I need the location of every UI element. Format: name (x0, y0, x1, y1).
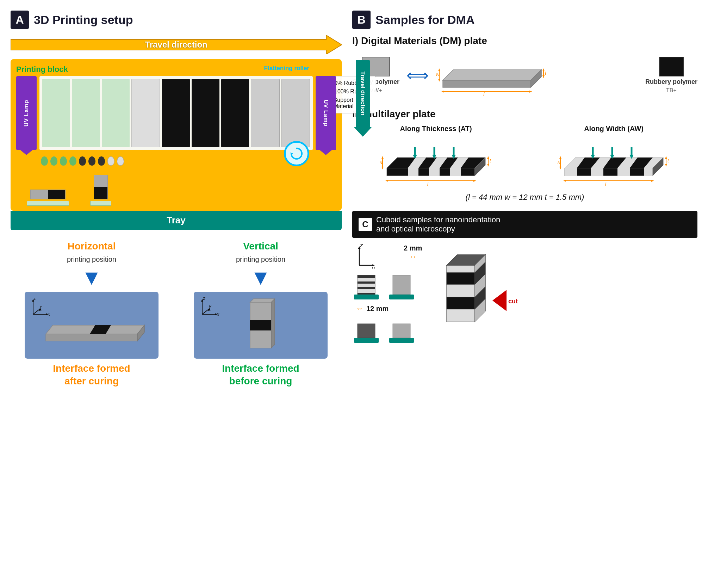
inkdrop-green-3 (60, 156, 67, 166)
svg-text:cut: cut (508, 298, 518, 305)
cuboid-left-group: z y 2 mm ↔ (352, 244, 422, 345)
svg-text:l: l (427, 181, 429, 187)
zy-axis-svg: z y (352, 244, 377, 269)
svg-marker-93 (651, 180, 654, 182)
dimensions-text: (l = 44 mm w = 12 mm t = 1.5 mm) (352, 193, 697, 202)
h-sample-support (27, 201, 69, 206)
sample1-svg (352, 272, 380, 301)
inkdrop-green-4 (69, 156, 76, 166)
svg-rect-115 (389, 338, 414, 343)
sample3-svg (352, 317, 380, 345)
interface-h-line2: after curing (53, 375, 130, 388)
strip-light-green-2 (72, 79, 100, 147)
sample-3 (352, 317, 380, 345)
multilayer-plates-row: Along Thickness (AT) (352, 125, 697, 189)
c-title-line1: Cuboid samples for nanoindentation (376, 215, 500, 224)
svg-marker-89 (559, 167, 561, 169)
multilayer-title: II) Multilayer plate (352, 109, 697, 120)
interface-v-label: Interface formed before curing (222, 362, 299, 388)
printing-setup-box: Travel direction Printing block UV Lamp (11, 35, 342, 230)
sample-4 (387, 317, 416, 345)
printing-interior: UV Lamp Flattening roll (16, 76, 336, 150)
tray-bar: Tray (11, 211, 342, 230)
12mm-arrow-icon: ↔ (356, 304, 364, 313)
svg-marker-60 (381, 167, 384, 169)
2mm-label-group: 2 mm ↔ (404, 244, 422, 261)
c-section-title: Cuboid samples for nanoindentation and o… (376, 215, 500, 234)
section-b-header: B Samples for DMA (352, 11, 697, 29)
aw-plate-col: Along Width (AW) (530, 125, 697, 189)
printing-positions: Horizontal printing position ▼ (11, 241, 342, 388)
svg-text:t: t (545, 70, 547, 76)
12mm-label: 12 mm (366, 305, 389, 313)
sample-2 (387, 272, 416, 301)
rubbery-polymer-group: Rubbery polymer TB+ (645, 57, 697, 94)
inkdrop-white-1 (107, 156, 114, 166)
travel-direction-label: Travel direction (145, 40, 207, 50)
at-title: Along Thickness (AT) (400, 125, 472, 133)
svg-text:t: t (490, 158, 491, 163)
strips-area: Flattening roller 0% (39, 76, 313, 150)
left-panel: A 3D Printing setup Travel direction Pri… (11, 11, 342, 577)
h-sample-block (30, 190, 66, 199)
sample-1 (352, 272, 380, 301)
svg-rect-49 (429, 168, 440, 176)
vertical-sample (90, 175, 111, 206)
flattening-roller-circle (284, 141, 309, 166)
dm-plate-row: Glassy polymer VW+ ⟺ (352, 52, 697, 98)
svg-marker-67 (487, 156, 489, 159)
strip-gray-1 (251, 79, 279, 147)
svg-marker-63 (385, 180, 388, 182)
strip-black-2 (192, 79, 219, 147)
svg-marker-28 (443, 70, 541, 80)
inkdrop-black-1 (79, 156, 86, 166)
svg-marker-41 (542, 75, 545, 78)
aw-plate-svg: w l t (558, 136, 670, 189)
flattening-roller-label: Flattening roller (264, 65, 309, 72)
vertical-down-arrow-icon: ▼ (250, 267, 271, 288)
v-sample-block (94, 175, 108, 199)
svg-marker-96 (665, 156, 667, 159)
side-travel-arrowhead (354, 127, 372, 137)
svg-marker-33 (438, 79, 440, 82)
svg-text:w: w (380, 159, 383, 165)
horizontal-down-arrow-icon: ▼ (81, 267, 102, 288)
vertical-label: Vertical (243, 241, 278, 252)
svg-marker-36 (441, 91, 444, 93)
vertical-position-col: Vertical printing position ▼ z (180, 241, 342, 388)
c-section-header: C Cuboid samples for nanoindentation and… (352, 211, 697, 238)
3d-cuboid-cut: cut (436, 244, 521, 344)
aw-title: Along Width (AW) (584, 125, 644, 133)
svg-text:w: w (558, 159, 561, 165)
strip-black-3 (221, 79, 249, 147)
c-letter-badge: C (359, 218, 372, 231)
tray-samples (16, 166, 336, 207)
cuboid-axis-row: z y 2 mm ↔ (352, 244, 422, 269)
horizontal-sample-vis: z x y (25, 292, 159, 359)
2mm-label: 2 mm (404, 244, 422, 252)
svg-rect-113 (354, 338, 379, 343)
cuboid-area: z y 2 mm ↔ (352, 244, 697, 345)
travel-direction-arrow: Travel direction (11, 35, 342, 54)
svg-rect-114 (393, 324, 410, 338)
interface-v-line2: before curing (222, 375, 299, 388)
rubbery-label: Rubbery polymer (645, 78, 697, 86)
horizontal-label: Horizontal (68, 241, 116, 252)
svg-rect-110 (393, 275, 410, 295)
uv-lamp-right: UV Lamp (316, 76, 336, 150)
horizontal-position-col: Horizontal printing position ▼ (11, 241, 173, 388)
inkdrop-white-2 (117, 156, 124, 166)
sample4-svg (387, 317, 416, 345)
svg-text:w: w (436, 71, 440, 77)
h-plate-svg (25, 292, 159, 359)
top-samples-row (352, 272, 422, 301)
strip-light-green-3 (102, 79, 130, 147)
svg-marker-119 (447, 265, 475, 272)
dm-plate-3d: w l t (436, 52, 638, 98)
section-a-title: 3D Printing setup (34, 13, 133, 27)
c-title-line2: and optical microscopy (376, 224, 500, 234)
svg-rect-112 (358, 324, 375, 338)
svg-rect-109 (354, 295, 379, 299)
inkdrop-black-3 (98, 156, 105, 166)
uv-lamp-left: UV Lamp (16, 76, 37, 150)
